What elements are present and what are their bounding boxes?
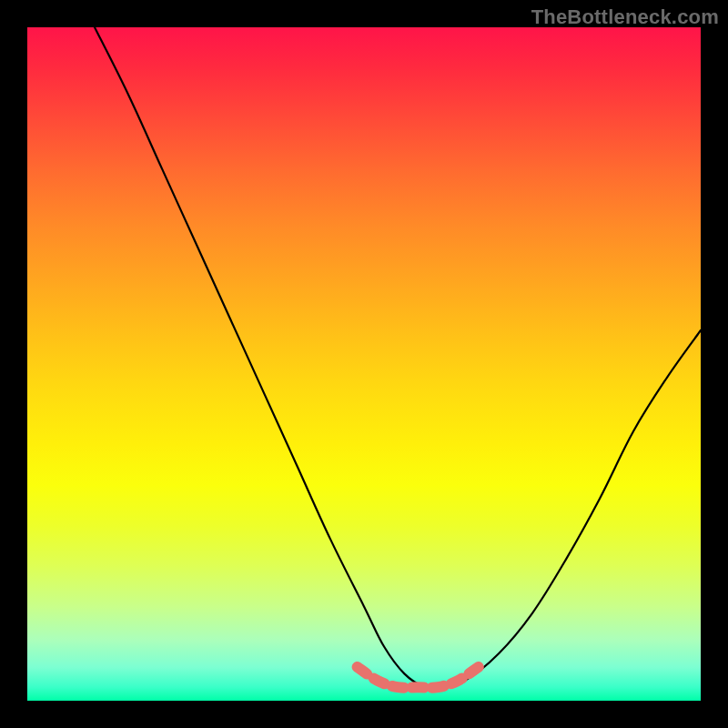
plot-area — [27, 27, 701, 701]
watermark-text: TheBottleneck.com — [531, 5, 719, 29]
black-curve — [95, 27, 701, 689]
chart-frame: TheBottleneck.com — [0, 0, 728, 728]
pink-dashed-segment — [358, 667, 479, 688]
chart-svg — [27, 27, 701, 701]
